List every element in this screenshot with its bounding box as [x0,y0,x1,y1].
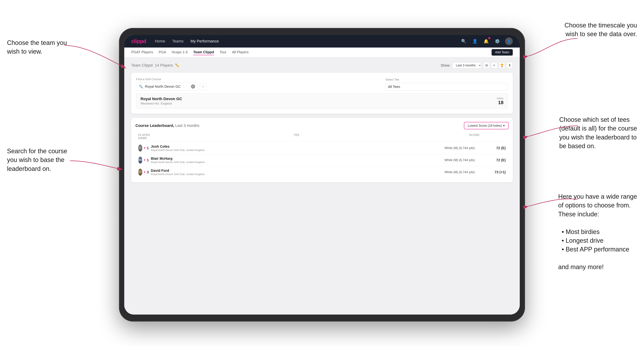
tablet-frame: clippd Home Teams My Performance 🔍 👤 🔔 [119,28,525,322]
leaderboard-header: Course Leaderboard, Last 3 months Lowest… [136,122,508,129]
course-search-input[interactable] [145,85,189,89]
heart-icon: ♥ [144,147,146,150]
search-button[interactable]: 🔍 [460,38,467,45]
list-icon: ≡ [493,64,495,67]
player-count: 14 Players [155,63,173,67]
nav-home[interactable]: Home [155,39,165,43]
table-row[interactable]: DF ♥ 3 David Ford Royal North Devon Golf… [136,166,508,178]
score-type-label: Lowest Score (18 holes) [468,124,502,128]
col-player-name: PLAYER NAME [138,134,149,140]
player-club: Royal North Devon Golf Club, United King… [151,173,444,176]
leaderboard-card: Course Leaderboard, Last 3 months Lowest… [131,118,513,182]
time-period-select[interactable]: Last 3 months Last month Last 6 months L… [452,62,481,68]
col-score: SCORE [444,134,480,140]
settings-button[interactable]: ⚙️ [494,38,501,45]
sidebar-item-pgat[interactable]: PGAT Players [131,49,153,55]
holes-number: 18 [497,100,504,105]
player-club: Royal North Devon Golf Club, United King… [151,149,444,152]
annotation-middle-right: Choose which set of tees (default is all… [559,115,637,151]
nav-links: Home Teams My Performance [155,39,460,43]
sidebar-item-tour[interactable]: Tour [220,49,226,55]
tablet-screen: clippd Home Teams My Performance 🔍 👤 🔔 [124,35,520,315]
bell-icon: 🔔 [484,39,489,43]
search-icon: 🔍 [139,84,143,89]
annotation-top-right: Choose the timescale you wish to see the… [564,21,637,39]
team-title-group: Team Clippd 14 Players ✏️ [131,63,180,68]
main-content: Team Clippd 14 Players ✏️ Show: Last 3 m… [124,57,520,315]
find-course-group: Find a Golf Course 🔍 × ☆ [136,78,381,91]
trophy-button[interactable]: 🏆 [499,62,505,68]
col-tee: TEE [149,134,444,140]
list-view-button[interactable]: ≡ [491,62,497,68]
nav-icons: 🔍 👤 🔔 ⚙️ 👤 [460,37,513,45]
team-name: Team Clippd 14 Players [131,63,173,68]
find-course-label: Find a Golf Course [136,78,381,81]
app-logo: clippd [131,38,146,44]
player-name: David Ford [151,169,444,173]
player-rank-2: BM ♥ 1 [138,157,149,164]
leaderboard-table: PLAYER NAME TEE SCORE JC ♥ 1 [136,132,508,178]
player-info-2: Blair McHarg Royal North Devon Golf Club… [149,157,444,164]
table-header: PLAYER NAME TEE SCORE [136,132,508,141]
sidebar-item-pga[interactable]: PGA [159,49,166,55]
team-header: Team Clippd 14 Players ✏️ Show: Last 3 m… [131,62,513,68]
rank-number: 3 [147,170,149,174]
sub-nav: PGAT Players PGA Hcaps 1-5 Team Clippd T… [124,47,520,57]
clear-search-button[interactable]: × [191,84,195,89]
tee-info-1: White (M) (6,744 yds) [444,146,480,150]
nav-my-performance[interactable]: My Performance [190,39,219,43]
download-icon: ⬇ [508,63,511,67]
nav-teams[interactable]: Teams [172,39,184,43]
holes-label: Holes [497,97,504,100]
leaderboard-title-group: Course Leaderboard, Last 3 months [136,123,200,128]
search-row: Find a Golf Course 🔍 × ☆ [136,78,508,91]
view-icons: ⊞ ≡ 🏆 ⬇ [483,62,513,68]
annotation-top-left: Choose the team you wish to view. [7,38,67,56]
grid-icon: ⊞ [485,63,488,67]
avatar-david-ford: DF [138,169,142,176]
select-tee-label: Select Tee [385,78,508,81]
sidebar-item-hcaps[interactable]: Hcaps 1-5 [172,49,188,55]
heart-icon: ♥ [144,159,146,162]
search-icon: 🔍 [461,39,466,44]
annotation-middle-left: Search for the course you wish to base t… [7,147,67,173]
add-team-button[interactable]: Add Team [492,49,513,56]
score-value-2: 72 (E) [480,158,506,162]
annotation-bottom-right: Here you have a wide range of options to… [558,192,637,272]
player-rank-3: DF ♥ 3 [138,169,149,176]
avatar[interactable]: 👤 [505,37,513,45]
chevron-down-icon: ▾ [503,124,505,128]
person-icon: 👤 [472,39,478,44]
player-club: Royal North Devon Golf Club, United King… [151,161,444,164]
search-card: Find a Golf Course 🔍 × ☆ [131,73,513,114]
favorite-button[interactable]: ☆ [200,83,206,90]
player-info-1: Josh Coles Royal North Devon Golf Club, … [149,145,444,152]
tee-select[interactable]: All Tees White Tees Yellow Tees Red Tees [385,83,508,91]
table-row[interactable]: BM ♥ 1 Blair McHarg Royal North Devon Go… [136,154,508,166]
player-info-3: David Ford Royal North Devon Golf Club, … [149,169,444,176]
show-controls: Show: Last 3 months Last month Last 6 mo… [441,62,513,68]
player-name: Blair McHarg [151,157,444,161]
nav-bar: clippd Home Teams My Performance 🔍 👤 🔔 [124,35,520,47]
search-input-row: 🔍 × ☆ [136,82,381,91]
download-button[interactable]: ⬇ [506,62,513,68]
grid-view-button[interactable]: ⊞ [483,62,490,68]
sidebar-item-all-players[interactable]: All Players [232,49,248,55]
rank-number: 1 [147,158,149,162]
score-type-button[interactable]: Lowest Score (18 holes) ▾ [464,122,508,129]
notification-badge [488,37,490,39]
table-row[interactable]: JC ♥ 1 Josh Coles Royal North Devon Golf… [136,142,508,154]
notifications-button[interactable]: 🔔 [483,38,490,45]
avatar-icon: 👤 [507,39,511,43]
leaderboard-subtitle: Last 3 months [175,123,199,128]
sidebar-item-team-clippd[interactable]: Team Clippd [193,49,214,55]
course-name: Royal North Devon GC [140,97,182,101]
player-name: Josh Coles [151,145,444,149]
player-rank-1: JC ♥ 1 [138,145,149,152]
course-result[interactable]: Royal North Devon GC Westward Ho!, Engla… [136,93,508,109]
course-location: Westward Ho!, England [140,102,182,105]
profile-button[interactable]: 👤 [472,38,478,45]
score-value-1: 72 (E) [480,146,506,150]
edit-icon[interactable]: ✏️ [175,63,180,67]
leaderboard-title: Course Leaderboard, Last 3 months [136,123,200,128]
